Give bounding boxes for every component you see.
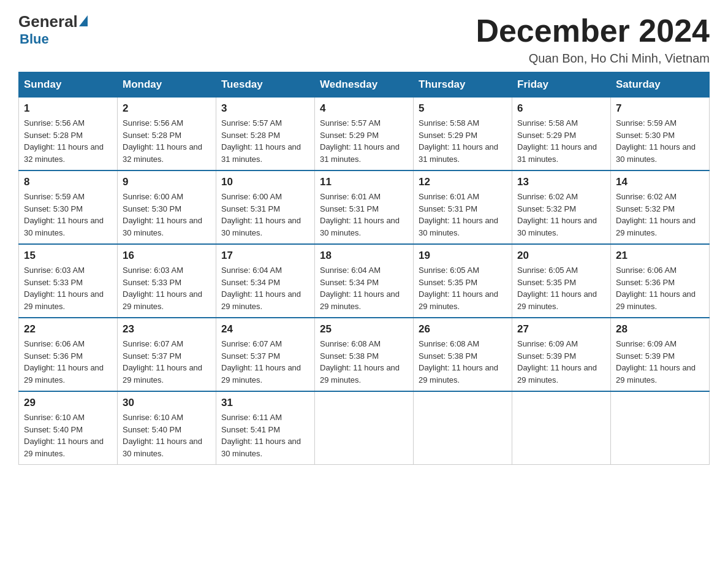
day-number: 21 xyxy=(616,250,704,262)
calendar-subtitle: Quan Bon, Ho Chi Minh, Vietnam xyxy=(476,52,710,66)
calendar-day-cell: 14 Sunrise: 6:02 AMSunset: 5:32 PMDaylig… xyxy=(611,170,710,244)
calendar-day-cell: 16 Sunrise: 6:03 AMSunset: 5:33 PMDaylig… xyxy=(118,244,216,318)
day-info: Sunrise: 6:05 AMSunset: 5:35 PMDaylight:… xyxy=(517,264,605,312)
column-header-wednesday: Wednesday xyxy=(315,72,414,98)
calendar-header-row: SundayMondayTuesdayWednesdayThursdayFrid… xyxy=(19,72,710,98)
calendar-day-cell: 19 Sunrise: 6:05 AMSunset: 5:35 PMDaylig… xyxy=(414,244,512,318)
day-info: Sunrise: 6:10 AMSunset: 5:40 PMDaylight:… xyxy=(123,412,211,459)
calendar-day-cell: 29 Sunrise: 6:10 AMSunset: 5:40 PMDaylig… xyxy=(19,391,118,465)
day-info: Sunrise: 6:09 AMSunset: 5:39 PMDaylight:… xyxy=(616,338,704,386)
day-info: Sunrise: 6:03 AMSunset: 5:33 PMDaylight:… xyxy=(123,264,211,312)
day-info: Sunrise: 5:57 AMSunset: 5:29 PMDaylight:… xyxy=(320,117,408,165)
column-header-monday: Monday xyxy=(118,72,216,98)
day-number: 9 xyxy=(123,176,211,188)
day-info: Sunrise: 6:02 AMSunset: 5:32 PMDaylight:… xyxy=(517,191,605,239)
day-number: 19 xyxy=(419,250,507,262)
page-header: General Blue December 2024 Quan Bon, Ho … xyxy=(18,12,710,66)
calendar-day-cell: 27 Sunrise: 6:09 AMSunset: 5:39 PMDaylig… xyxy=(512,318,611,391)
day-info: Sunrise: 6:04 AMSunset: 5:34 PMDaylight:… xyxy=(320,264,408,312)
calendar-week-row: 29 Sunrise: 6:10 AMSunset: 5:40 PMDaylig… xyxy=(19,391,710,465)
calendar-day-cell: 4 Sunrise: 5:57 AMSunset: 5:29 PMDayligh… xyxy=(315,98,414,171)
calendar-day-cell: 11 Sunrise: 6:01 AMSunset: 5:31 PMDaylig… xyxy=(315,170,414,244)
calendar-day-cell xyxy=(512,391,611,465)
day-info: Sunrise: 5:57 AMSunset: 5:28 PMDaylight:… xyxy=(221,117,309,165)
day-info: Sunrise: 6:08 AMSunset: 5:38 PMDaylight:… xyxy=(419,338,507,386)
day-info: Sunrise: 6:02 AMSunset: 5:32 PMDaylight:… xyxy=(616,191,704,239)
day-number: 15 xyxy=(24,250,112,262)
day-info: Sunrise: 6:06 AMSunset: 5:36 PMDaylight:… xyxy=(616,264,704,312)
calendar-day-cell: 10 Sunrise: 6:00 AMSunset: 5:31 PMDaylig… xyxy=(216,170,315,244)
column-header-tuesday: Tuesday xyxy=(216,72,315,98)
day-number: 26 xyxy=(419,323,507,335)
calendar-week-row: 1 Sunrise: 5:56 AMSunset: 5:28 PMDayligh… xyxy=(19,98,710,171)
calendar-day-cell: 2 Sunrise: 5:56 AMSunset: 5:28 PMDayligh… xyxy=(118,98,216,171)
calendar-day-cell: 30 Sunrise: 6:10 AMSunset: 5:40 PMDaylig… xyxy=(118,391,216,465)
day-number: 14 xyxy=(616,176,704,188)
calendar-day-cell xyxy=(315,391,414,465)
day-number: 11 xyxy=(320,176,408,188)
day-number: 1 xyxy=(24,102,112,115)
day-info: Sunrise: 6:01 AMSunset: 5:31 PMDaylight:… xyxy=(320,191,408,239)
day-number: 27 xyxy=(517,323,605,335)
day-info: Sunrise: 6:08 AMSunset: 5:38 PMDaylight:… xyxy=(320,338,408,386)
day-info: Sunrise: 6:11 AMSunset: 5:41 PMDaylight:… xyxy=(221,412,309,459)
day-info: Sunrise: 6:05 AMSunset: 5:35 PMDaylight:… xyxy=(419,264,507,312)
column-header-thursday: Thursday xyxy=(414,72,512,98)
calendar-week-row: 22 Sunrise: 6:06 AMSunset: 5:36 PMDaylig… xyxy=(19,318,710,391)
calendar-day-cell xyxy=(611,391,710,465)
calendar-day-cell: 31 Sunrise: 6:11 AMSunset: 5:41 PMDaylig… xyxy=(216,391,315,465)
logo-general-text: General xyxy=(18,12,88,31)
day-info: Sunrise: 6:09 AMSunset: 5:39 PMDaylight:… xyxy=(517,338,605,386)
day-info: Sunrise: 6:00 AMSunset: 5:30 PMDaylight:… xyxy=(123,191,211,239)
day-number: 28 xyxy=(616,323,704,335)
day-number: 18 xyxy=(320,250,408,262)
day-info: Sunrise: 6:07 AMSunset: 5:37 PMDaylight:… xyxy=(221,338,309,386)
calendar-title: December 2024 xyxy=(476,12,710,49)
logo-blue-text: Blue xyxy=(20,31,49,47)
day-info: Sunrise: 6:03 AMSunset: 5:33 PMDaylight:… xyxy=(24,264,112,312)
calendar-day-cell: 17 Sunrise: 6:04 AMSunset: 5:34 PMDaylig… xyxy=(216,244,315,318)
day-number: 2 xyxy=(123,102,211,115)
day-number: 3 xyxy=(221,102,309,115)
calendar-day-cell: 6 Sunrise: 5:58 AMSunset: 5:29 PMDayligh… xyxy=(512,98,611,171)
day-number: 10 xyxy=(221,176,309,188)
calendar-day-cell: 22 Sunrise: 6:06 AMSunset: 5:36 PMDaylig… xyxy=(19,318,118,391)
column-header-saturday: Saturday xyxy=(611,72,710,98)
calendar-day-cell: 9 Sunrise: 6:00 AMSunset: 5:30 PMDayligh… xyxy=(118,170,216,244)
calendar-day-cell: 1 Sunrise: 5:56 AMSunset: 5:28 PMDayligh… xyxy=(19,98,118,171)
column-header-sunday: Sunday xyxy=(19,72,118,98)
day-info: Sunrise: 5:58 AMSunset: 5:29 PMDaylight:… xyxy=(419,117,507,165)
calendar-day-cell: 3 Sunrise: 5:57 AMSunset: 5:28 PMDayligh… xyxy=(216,98,315,171)
logo-general-label: General xyxy=(18,12,78,31)
title-section: December 2024 Quan Bon, Ho Chi Minh, Vie… xyxy=(476,12,710,66)
calendar-week-row: 8 Sunrise: 5:59 AMSunset: 5:30 PMDayligh… xyxy=(19,170,710,244)
calendar-day-cell: 18 Sunrise: 6:04 AMSunset: 5:34 PMDaylig… xyxy=(315,244,414,318)
day-number: 22 xyxy=(24,323,112,335)
calendar-table: SundayMondayTuesdayWednesdayThursdayFrid… xyxy=(18,72,710,465)
calendar-day-cell xyxy=(414,391,512,465)
day-number: 31 xyxy=(221,397,309,409)
day-info: Sunrise: 5:58 AMSunset: 5:29 PMDaylight:… xyxy=(517,117,605,165)
day-info: Sunrise: 6:10 AMSunset: 5:40 PMDaylight:… xyxy=(24,412,112,459)
calendar-day-cell: 5 Sunrise: 5:58 AMSunset: 5:29 PMDayligh… xyxy=(414,98,512,171)
day-number: 8 xyxy=(24,176,112,188)
calendar-week-row: 15 Sunrise: 6:03 AMSunset: 5:33 PMDaylig… xyxy=(19,244,710,318)
day-number: 4 xyxy=(320,102,408,115)
calendar-day-cell: 13 Sunrise: 6:02 AMSunset: 5:32 PMDaylig… xyxy=(512,170,611,244)
day-number: 7 xyxy=(616,102,704,115)
calendar-day-cell: 26 Sunrise: 6:08 AMSunset: 5:38 PMDaylig… xyxy=(414,318,512,391)
column-header-friday: Friday xyxy=(512,72,611,98)
day-info: Sunrise: 6:07 AMSunset: 5:37 PMDaylight:… xyxy=(123,338,211,386)
day-number: 13 xyxy=(517,176,605,188)
day-number: 29 xyxy=(24,397,112,409)
calendar-day-cell: 20 Sunrise: 6:05 AMSunset: 5:35 PMDaylig… xyxy=(512,244,611,318)
calendar-day-cell: 12 Sunrise: 6:01 AMSunset: 5:31 PMDaylig… xyxy=(414,170,512,244)
logo: General Blue xyxy=(18,12,88,47)
calendar-day-cell: 15 Sunrise: 6:03 AMSunset: 5:33 PMDaylig… xyxy=(19,244,118,318)
calendar-day-cell: 24 Sunrise: 6:07 AMSunset: 5:37 PMDaylig… xyxy=(216,318,315,391)
day-number: 30 xyxy=(123,397,211,409)
calendar-day-cell: 25 Sunrise: 6:08 AMSunset: 5:38 PMDaylig… xyxy=(315,318,414,391)
day-number: 24 xyxy=(221,323,309,335)
calendar-day-cell: 7 Sunrise: 5:59 AMSunset: 5:30 PMDayligh… xyxy=(611,98,710,171)
day-info: Sunrise: 5:56 AMSunset: 5:28 PMDaylight:… xyxy=(24,117,112,165)
